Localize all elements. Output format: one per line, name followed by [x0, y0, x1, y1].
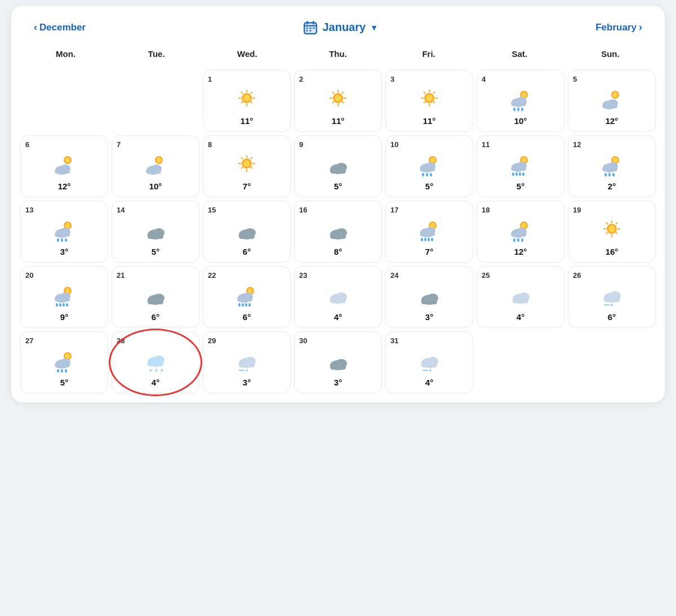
temp-5: 12°	[606, 116, 619, 126]
day-cell-4[interactable]: 4 10°	[477, 70, 564, 132]
svg-line-75	[242, 167, 243, 169]
calendar-icon	[303, 20, 318, 35]
svg-rect-194	[513, 298, 528, 303]
svg-line-18	[242, 102, 243, 103]
svg-point-146	[513, 238, 515, 242]
svg-point-115	[57, 238, 59, 242]
day-number-3: 3	[390, 75, 394, 83]
day-label-wed: Wed.	[202, 45, 292, 65]
calendar-container: ‹ December January ▼ February ›	[11, 6, 665, 402]
current-month-label: January	[322, 21, 366, 34]
svg-rect-86	[420, 167, 435, 171]
svg-point-232	[430, 369, 432, 372]
day-cell-19[interactable]: 19 16°	[568, 201, 656, 263]
svg-point-200	[611, 304, 613, 307]
next-month-button[interactable]: February ›	[591, 19, 647, 36]
day-cell-28[interactable]: 28 ✻ ✻ ✻ 4°	[112, 331, 199, 393]
current-month-selector[interactable]: January ▼	[303, 20, 378, 35]
day-cell-20[interactable]: 20 9°	[20, 266, 108, 328]
svg-rect-129	[330, 234, 346, 239]
day-cell-5[interactable]: 5 12°	[568, 70, 656, 132]
svg-point-48	[521, 108, 523, 111]
svg-rect-121	[148, 234, 163, 239]
day-cell-17[interactable]: 17 7°	[385, 201, 473, 263]
calendar-grid: 1 11°2 11°3 11°4	[20, 70, 656, 393]
svg-point-208	[61, 369, 63, 373]
svg-point-150	[608, 225, 615, 232]
day-number-7: 7	[117, 140, 121, 149]
day-cell-29[interactable]: 29 3°	[203, 331, 291, 393]
day-cell-11[interactable]: 11 5°	[477, 135, 564, 197]
svg-rect-213	[148, 361, 163, 366]
svg-rect-230	[421, 362, 437, 367]
svg-point-46	[513, 108, 515, 111]
svg-text:✻: ✻	[154, 368, 158, 373]
day-number-18: 18	[482, 206, 490, 214]
day-number-17: 17	[390, 206, 398, 214]
svg-point-89	[430, 173, 432, 176]
svg-rect-186	[330, 298, 346, 303]
svg-point-222	[246, 369, 248, 372]
weather-icon-cloud-sun	[599, 88, 624, 113]
svg-text:✻: ✻	[160, 368, 164, 373]
day-label-sun: Sun.	[565, 45, 656, 65]
day-cell-6[interactable]: 6 12°	[20, 135, 108, 197]
temp-23: 4°	[334, 312, 342, 322]
day-number-22: 22	[208, 271, 216, 280]
temp-3: 11°	[423, 116, 436, 126]
weather-icon-cloud-drizzle	[599, 284, 624, 309]
day-label-sat: Sat.	[474, 45, 565, 65]
day-cell-21[interactable]: 21 6°	[112, 266, 199, 328]
svg-line-39	[434, 92, 435, 94]
day-cell-7[interactable]: 7 10°	[112, 135, 199, 197]
temp-30: 3°	[334, 378, 342, 387]
day-label-mon: Mon.	[20, 45, 111, 65]
day-cell-24[interactable]: 24 3°	[385, 266, 473, 328]
prev-month-button[interactable]: ‹ December	[29, 19, 90, 36]
svg-line-36	[424, 92, 425, 94]
day-cell-15[interactable]: 15 6°	[203, 201, 291, 263]
svg-point-147	[517, 238, 519, 242]
day-cell-31[interactable]: 31 4°	[385, 331, 473, 393]
day-cell-26[interactable]: 26 6°	[568, 266, 656, 328]
svg-line-73	[242, 158, 243, 159]
day-cell-30[interactable]: 30 3°	[294, 331, 382, 393]
day-cell-18[interactable]: 18 12°	[477, 201, 564, 263]
day-cell-3[interactable]: 3 11°	[385, 70, 473, 132]
day-cell-14[interactable]: 14 5°	[112, 201, 199, 263]
svg-rect-45	[512, 101, 526, 106]
day-cell-12[interactable]: 12 2°	[568, 135, 656, 197]
day-cell-25[interactable]: 25 4°	[477, 266, 564, 328]
day-cell-8[interactable]: 8 7°	[203, 135, 291, 197]
svg-point-107	[608, 173, 611, 176]
svg-rect-105	[603, 167, 617, 171]
day-cell-16[interactable]: 16 8°	[294, 201, 382, 263]
svg-line-38	[424, 102, 425, 103]
day-number-12: 12	[573, 140, 581, 149]
day-cell-27[interactable]: 27 5°	[20, 331, 108, 393]
svg-rect-198	[604, 297, 620, 302]
day-cell-22[interactable]: 22 6°	[203, 266, 291, 328]
svg-point-50	[613, 92, 618, 98]
svg-point-96	[512, 172, 514, 176]
svg-point-168	[66, 303, 68, 307]
day-cell-23[interactable]: 23 4°	[294, 266, 382, 328]
svg-point-141	[522, 223, 527, 228]
day-cell-1[interactable]: 1 11°	[203, 70, 291, 132]
weather-icon-snow: ✻ ✻ ✻	[143, 349, 168, 374]
day-cell-10[interactable]: 10 5°	[385, 135, 473, 197]
day-cell-9[interactable]: 9 5°	[294, 135, 382, 197]
svg-line-17	[251, 102, 252, 103]
temp-6: 12°	[58, 181, 71, 191]
svg-point-106	[604, 173, 607, 176]
day-cell-2[interactable]: 2 11°	[294, 70, 382, 132]
day-number-24: 24	[390, 271, 398, 280]
day-cell-13[interactable]: 13 3°	[20, 201, 108, 263]
weather-icon-cloudy	[417, 284, 442, 309]
svg-rect-221	[239, 370, 244, 371]
day-number-29: 29	[208, 336, 216, 345]
svg-line-27	[343, 102, 344, 103]
svg-point-98	[519, 172, 521, 176]
svg-rect-8	[306, 30, 308, 31]
temp-11: 5°	[517, 181, 524, 191]
